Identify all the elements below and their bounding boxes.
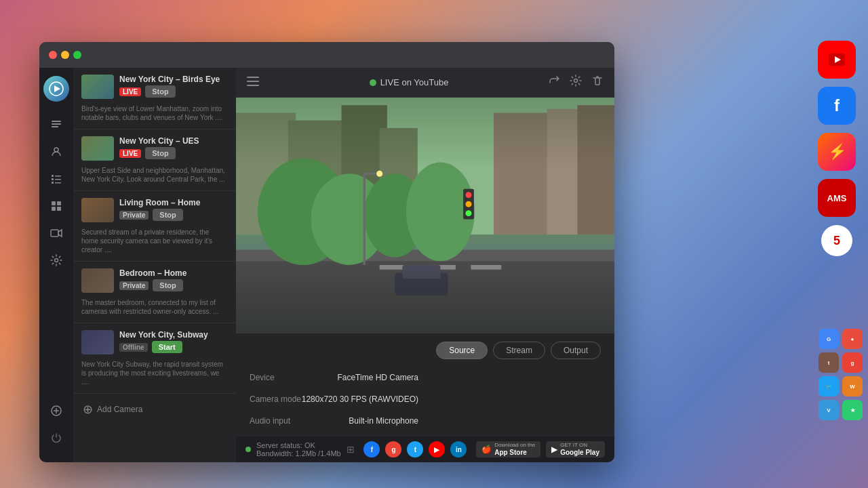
svg-rect-15 xyxy=(57,201,61,205)
nav-icon-profile[interactable] xyxy=(45,141,67,163)
camera-name-1: New York City – Birds Eye xyxy=(119,75,228,84)
camera-item-bedroom[interactable]: Bedroom – Home Private Stop The master b… xyxy=(73,262,236,323)
desktop-icons-cluster: G ● t g 🐦 W V ★ xyxy=(818,329,863,420)
camera-desc-2: Upper East Side and neighborhood, Manhat… xyxy=(81,166,228,184)
status-badge-1: LIVE xyxy=(119,87,141,96)
footer-store-buttons: 🍎 Download on the App Store ▶ GET IT ON … xyxy=(476,441,605,458)
cluster-icon-8[interactable]: ★ xyxy=(842,400,863,420)
camera-desc-3: Secured stream of a private residence, t… xyxy=(81,228,228,254)
start-button-5[interactable]: Start xyxy=(152,341,182,353)
desktop-icon-facebook[interactable]: f xyxy=(818,87,856,125)
googleplay-pre: GET IT ON xyxy=(560,442,599,449)
tab-source[interactable]: Source xyxy=(436,342,488,359)
delete-button[interactable] xyxy=(591,75,604,90)
stop-button-3[interactable]: Stop xyxy=(153,209,182,221)
appstore-name: App Store xyxy=(494,449,535,457)
source-info-grid: Device FaceTime HD Camera Camera mode 12… xyxy=(250,370,601,428)
camera-thumb-5 xyxy=(81,330,114,354)
social-youtube[interactable]: ▶ xyxy=(429,441,445,458)
camera-mode-label: Camera mode xyxy=(250,394,301,404)
desktop-icon-thunder[interactable]: ⚡ xyxy=(818,133,856,171)
nav-icon-grid[interactable] xyxy=(45,195,67,217)
camera-name-4: Bedroom – Home xyxy=(119,268,228,278)
social-twitter[interactable]: t xyxy=(407,441,423,458)
camera-name-5: New York City, Subway xyxy=(119,330,228,340)
stop-button-2[interactable]: Stop xyxy=(145,147,175,159)
nav-icon-power[interactable] xyxy=(45,427,67,449)
social-linkedin[interactable]: in xyxy=(450,441,467,458)
googleplay-button[interactable]: ▶ GET IT ON Google Play xyxy=(546,441,605,458)
cluster-icon-1[interactable]: G xyxy=(818,329,839,349)
cluster-icon-4[interactable]: g xyxy=(842,352,863,373)
desktop-icon-ams[interactable]: AMS xyxy=(818,179,856,217)
top-bar: LIVE on YouTube xyxy=(236,68,614,98)
nav-icon-books[interactable] xyxy=(45,114,67,136)
cluster-icon-3[interactable]: t xyxy=(818,352,839,373)
tabs-row: Source Stream Output xyxy=(250,342,601,359)
cluster-icon-2[interactable]: ● xyxy=(842,329,863,349)
camera-thumb-3 xyxy=(81,198,114,222)
app-body: New York City – Birds Eye LIVE Stop Bird… xyxy=(39,68,614,462)
share-button[interactable] xyxy=(548,75,560,90)
app-window: New York City – Birds Eye LIVE Stop Bird… xyxy=(39,42,614,462)
server-status-dot xyxy=(245,447,251,452)
svg-rect-13 xyxy=(55,182,61,184)
camera-item-nyc-birds[interactable]: New York City – Birds Eye LIVE Stop Bird… xyxy=(73,68,236,129)
desktop-icons-right: f ⚡ AMS 5 xyxy=(818,41,856,256)
camera-thumb-4 xyxy=(81,268,114,293)
svg-rect-24 xyxy=(247,81,259,82)
app-logo[interactable] xyxy=(43,76,69,102)
device-label: Device xyxy=(250,373,275,382)
camera-item-subway[interactable]: New York City, Subway Offline Start New … xyxy=(73,323,236,394)
minimize-button[interactable] xyxy=(61,51,69,59)
camera-name-3: Living Room – Home xyxy=(119,198,228,207)
info-row-device: Device FaceTime HD Camera xyxy=(250,370,418,385)
camera-desc-1: Bird's-eye view of Lower Manhattan, zoom… xyxy=(81,104,228,122)
svg-rect-8 xyxy=(52,175,54,177)
nav-icon-video[interactable] xyxy=(45,222,67,244)
hamburger-icon[interactable] xyxy=(247,77,259,89)
camera-item-nyc-ues[interactable]: New York City – UES LIVE Stop Upper East… xyxy=(73,129,236,191)
svg-rect-9 xyxy=(55,176,61,177)
stop-button-1[interactable]: Stop xyxy=(145,85,175,98)
social-facebook[interactable]: f xyxy=(363,441,380,458)
social-googleplus[interactable]: g xyxy=(385,441,401,458)
title-bar xyxy=(39,42,614,68)
add-camera-button[interactable]: ⊕ Add Camera xyxy=(73,394,236,425)
info-row-camera-mode: Camera mode 868x488 30 FPS (RAWVIDEO) xyxy=(250,392,418,407)
play-store-icon: ▶ xyxy=(551,445,557,454)
maximize-button[interactable] xyxy=(73,51,81,59)
video-overlay xyxy=(236,98,614,333)
video-preview xyxy=(236,98,614,333)
appstore-pre: Download on the xyxy=(494,442,535,449)
svg-rect-23 xyxy=(247,77,259,78)
svg-point-7 xyxy=(54,148,58,152)
info-row-audio: Audio input Built-in Microphone xyxy=(250,413,418,428)
svg-rect-25 xyxy=(247,85,259,86)
top-bar-actions xyxy=(548,75,604,90)
cluster-icon-5[interactable]: 🐦 xyxy=(818,376,839,396)
appstore-button[interactable]: 🍎 Download on the App Store xyxy=(476,441,540,458)
desktop-icon-youtube[interactable] xyxy=(818,41,856,79)
desktop-icon-s5[interactable]: 5 xyxy=(821,225,852,256)
bandwidth-text: Bandwidth: 1.2Mb /1.4Mb xyxy=(256,449,341,458)
cluster-icon-6[interactable]: W xyxy=(842,376,863,396)
footer-social: f g t ▶ in xyxy=(363,441,467,458)
close-button[interactable] xyxy=(49,51,57,59)
camera-desc-5: New York City Subway, the rapid transit … xyxy=(81,360,228,386)
svg-rect-16 xyxy=(52,207,56,211)
stop-button-4[interactable]: Stop xyxy=(153,279,182,291)
tab-stream[interactable]: Stream xyxy=(493,342,545,359)
nav-icon-add[interactable] xyxy=(45,400,67,422)
svg-rect-18 xyxy=(51,230,58,237)
nav-icon-settings[interactable] xyxy=(45,249,67,271)
svg-rect-5 xyxy=(52,123,61,125)
settings-button[interactable] xyxy=(570,75,582,90)
bandwidth-icon: ⊞ xyxy=(347,444,355,455)
tab-output[interactable]: Output xyxy=(551,342,601,359)
nav-icon-list[interactable] xyxy=(45,168,67,190)
app-footer: Server status: OK Bandwidth: 1.2Mb /1.4M… xyxy=(236,436,614,462)
camera-item-living-room[interactable]: Living Room – Home Private Stop Secured … xyxy=(73,191,236,262)
cluster-icon-7[interactable]: V xyxy=(818,400,839,420)
svg-marker-3 xyxy=(54,85,60,92)
